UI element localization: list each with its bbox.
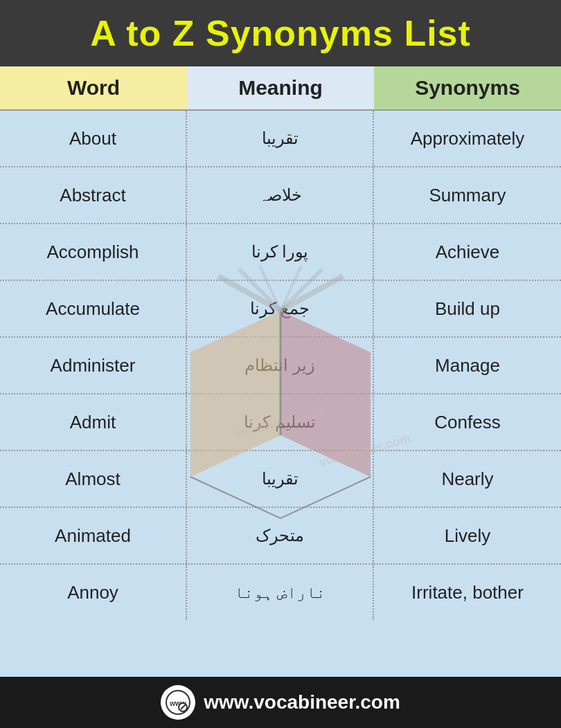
synonyms-column-header: Synonyms [374,66,561,109]
synonym-cell: Confess [374,394,561,450]
table-row: AnimatedمتحرکLively [0,508,561,565]
synonym-cell: Summary [374,167,561,223]
synonym-cell: Lively [374,508,561,563]
table-row: Administerزیر انتظامManage [0,338,561,394]
word-cell: Animated [0,508,187,563]
meaning-column-header: Meaning [187,66,374,109]
table-row: AlmostتقریباNearly [0,451,561,508]
meaning-cell: زیر انتظام [187,338,374,393]
table-row: AbstractخلاصہSummary [0,167,561,224]
synonym-cell: Nearly [374,451,561,507]
column-headers: Word Meaning Synonyms [0,66,561,111]
table-row: Accomplishپورا کرناAchieve [0,224,561,281]
footer-url: www.vocabineer.com [204,691,400,713]
word-cell: Accumulate [0,281,187,336]
synonym-cell: Achieve [374,224,561,280]
meaning-cell: خلاصہ [187,167,374,223]
page-title: A to Z Synonyms List [7,12,554,54]
word-cell: Almost [0,451,187,507]
meaning-cell: پورا کرنا [187,224,374,280]
meaning-cell: تقریبا [187,451,374,507]
meaning-cell: متحرک [187,508,374,563]
page-header: A to Z Synonyms List [0,0,561,66]
word-cell: Admit [0,394,187,450]
meaning-cell: تسلیم کرنا [187,394,374,450]
synonyms-table: AboutتقریباApproximatelyAbstractخلاصہSum… [0,111,561,620]
word-cell: Accomplish [0,224,187,280]
word-cell: About [0,111,187,166]
synonym-cell: Approximately [374,111,561,166]
word-cell: Abstract [0,167,187,223]
table-row: Admitتسلیم کرناConfess [0,394,561,451]
meaning-cell: جمع کرنا [187,281,374,336]
meaning-cell: ناراض ہونا [187,565,374,620]
synonym-cell: Build up [374,281,561,336]
footer: www www.vocabineer.com [0,677,561,728]
logo-circle: www [161,685,195,720]
meaning-cell: تقریبا [187,111,374,166]
table-body: vocabineer.com vocabineer.com Aboutتقریب… [0,111,561,677]
table-row: Accumulateجمع کرناBuild up [0,281,561,338]
synonym-cell: Irritate, bother [374,565,561,620]
word-column-header: Word [0,66,187,109]
word-cell: Annoy [0,565,187,620]
www-logo-icon: www [165,689,191,716]
word-cell: Administer [0,338,187,393]
table-row: AboutتقریباApproximately [0,111,561,167]
synonym-cell: Manage [374,338,561,393]
table-row: Annoyناراض ہوناIrritate, bother [0,565,561,620]
